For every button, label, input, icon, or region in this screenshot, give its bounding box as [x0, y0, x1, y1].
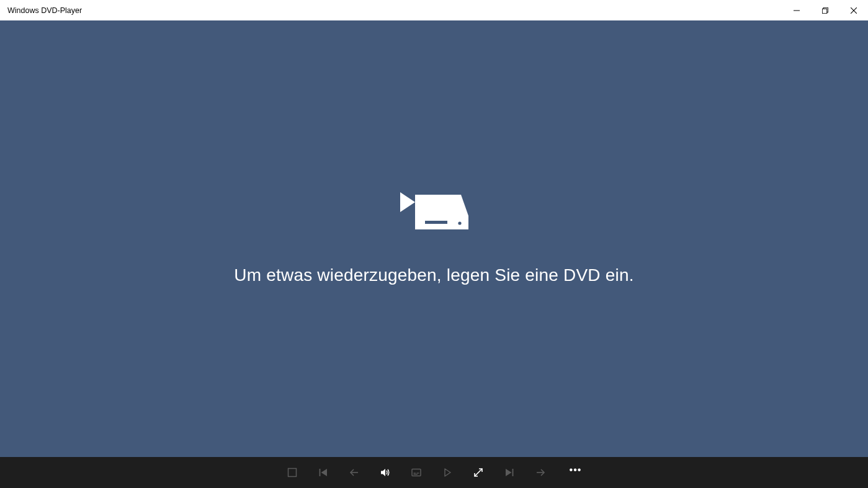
close-button[interactable] — [839, 0, 868, 20]
svg-marker-17 — [445, 469, 450, 476]
playback-controls: ••• — [287, 467, 582, 478]
stop-button[interactable] — [287, 467, 298, 478]
maximize-button[interactable] — [811, 0, 839, 20]
maximize-icon — [822, 7, 828, 14]
svg-rect-2 — [822, 9, 827, 14]
close-icon — [851, 7, 857, 14]
next-track-button[interactable] — [504, 467, 515, 478]
insert-dvd-prompt: Um etwas wiederzugeben, legen Sie eine D… — [234, 265, 633, 285]
previous-track-button[interactable] — [318, 467, 329, 478]
titlebar: Windows DVD-Player — [0, 0, 868, 20]
svg-marker-19 — [506, 469, 512, 476]
svg-rect-6 — [425, 221, 447, 224]
back-button[interactable] — [349, 467, 360, 478]
forward-button[interactable] — [535, 467, 546, 478]
fullscreen-button[interactable] — [473, 467, 484, 478]
svg-marker-10 — [321, 469, 327, 476]
subtitles-button[interactable] — [411, 467, 422, 478]
svg-rect-8 — [288, 469, 296, 477]
play-icon — [442, 468, 452, 477]
fullscreen-icon — [473, 468, 483, 477]
volume-icon — [380, 468, 390, 477]
arrow-right-icon — [535, 468, 545, 477]
svg-marker-12 — [381, 469, 385, 476]
svg-rect-13 — [412, 469, 421, 476]
window-controls — [782, 0, 868, 20]
skip-previous-icon — [318, 468, 328, 477]
play-button[interactable] — [442, 467, 453, 478]
arrow-left-icon — [349, 468, 359, 477]
volume-button[interactable] — [380, 467, 391, 478]
window-title: Windows DVD-Player — [7, 6, 82, 15]
subtitles-icon — [411, 468, 421, 477]
svg-line-18 — [475, 469, 482, 476]
playback-controls-bar: ••• — [0, 457, 868, 488]
minimize-icon — [794, 7, 800, 14]
dvd-drive-icon — [400, 192, 468, 238]
skip-next-icon — [504, 468, 514, 477]
more-options-button[interactable]: ••• — [570, 464, 582, 476]
svg-marker-5 — [400, 192, 415, 212]
main-content: Um etwas wiederzugeben, legen Sie eine D… — [0, 20, 868, 457]
svg-point-7 — [458, 221, 461, 224]
stop-icon — [287, 468, 297, 477]
minimize-button[interactable] — [782, 0, 811, 20]
